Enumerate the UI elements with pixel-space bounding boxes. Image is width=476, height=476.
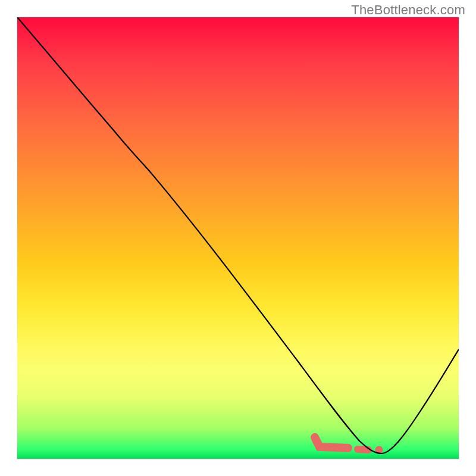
chart-svg: [17, 17, 459, 459]
attribution-text: TheBottleneck.com: [351, 2, 465, 18]
chart-plot-area: [17, 17, 459, 459]
bottleneck-curve: [17, 17, 459, 453]
svg-line-0: [358, 449, 368, 450]
